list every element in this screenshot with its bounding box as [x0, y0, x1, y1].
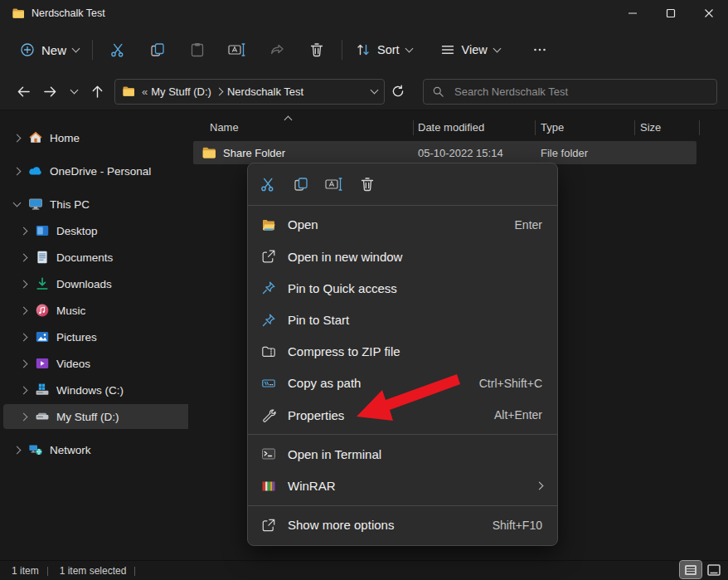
chevron-right-icon[interactable]: [17, 228, 30, 234]
folder-icon: [122, 85, 135, 98]
menu-item-label: Copy as path: [288, 376, 479, 390]
item-count: 1 item: [12, 565, 39, 577]
breadcrumb-item[interactable]: Nerdschalk Test: [222, 85, 308, 98]
view-button[interactable]: View: [432, 35, 508, 65]
show-more-options-icon: [261, 518, 276, 533]
rename-button[interactable]: [221, 35, 254, 65]
column-header-name[interactable]: Name: [210, 121, 239, 134]
column-header-type[interactable]: Type: [541, 121, 564, 134]
menu-item-label: WinRAR: [288, 479, 536, 493]
column-header-date-modified[interactable]: Date modified: [418, 121, 484, 134]
plus-circle-icon: [20, 42, 35, 57]
menu-item-pin-to-start[interactable]: Pin to Start: [248, 304, 557, 335]
forward-button[interactable]: [36, 79, 63, 104]
chevron-right-icon[interactable]: [10, 447, 23, 453]
sidebar-item-network[interactable]: Network: [3, 437, 191, 462]
menu-item-properties[interactable]: Properties Alt+Enter: [248, 399, 557, 431]
sidebar-item-label: Documents: [56, 251, 113, 264]
copy-button[interactable]: [286, 171, 316, 197]
cut-button[interactable]: [101, 35, 134, 65]
sidebar-item-downloads[interactable]: Downloads: [3, 271, 197, 296]
column-header-size[interactable]: Size: [640, 121, 661, 134]
sort-button[interactable]: Sort: [347, 35, 420, 65]
column-divider[interactable]: [535, 120, 536, 135]
menu-item-pin-to-quick-access[interactable]: Pin to Quick access: [248, 272, 557, 304]
rename-button[interactable]: [319, 171, 349, 197]
chevron-right-icon[interactable]: [17, 334, 30, 340]
menu-item-copy-as-path[interactable]: Copy as path Ctrl+Shift+C: [248, 368, 557, 399]
chevron-right-icon[interactable]: [17, 361, 30, 367]
chevron-right-icon[interactable]: [17, 281, 30, 287]
column-divider[interactable]: [634, 120, 635, 135]
minimize-button[interactable]: [614, 0, 652, 27]
sort-ascending-icon: [284, 116, 293, 124]
address-bar[interactable]: « My Stuff (D:) Nerdschalk Test: [114, 79, 385, 105]
sidebar-item-my-stuff-d[interactable]: My Stuff (D:): [3, 404, 197, 429]
column-divider[interactable]: [413, 120, 414, 135]
pictures-icon: [35, 329, 50, 344]
copy-path-icon: [261, 376, 276, 391]
chevron-right-icon[interactable]: [17, 255, 30, 261]
menu-divider: [248, 434, 557, 435]
cut-button[interactable]: [253, 171, 283, 197]
details-view-button[interactable]: [680, 561, 701, 578]
file-date-modified: 05-10-2022 15:14: [418, 147, 503, 159]
recent-locations-button[interactable]: [63, 79, 85, 104]
sidebar-item-label: Downloads: [56, 278, 112, 290]
back-button[interactable]: [10, 79, 36, 104]
more-options-button[interactable]: [523, 35, 556, 65]
context-menu: Open Enter Open in new window Pin to Qui…: [247, 163, 558, 546]
close-button[interactable]: [690, 0, 728, 27]
sidebar-item-documents[interactable]: Documents: [3, 245, 197, 270]
status-bar: 1 item 1 item selected: [0, 560, 728, 580]
menu-divider: [248, 505, 557, 506]
large-icons-view-button[interactable]: [703, 561, 725, 578]
chevron-right-icon[interactable]: [10, 135, 23, 141]
window-controls: [614, 0, 728, 27]
file-row-share-folder[interactable]: Share Folder 05-10-2022 15:14 File folde…: [193, 141, 696, 164]
share-button[interactable]: [260, 35, 294, 65]
menu-item-show-more-options[interactable]: Show more options Shift+F10: [248, 509, 557, 541]
breadcrumb-item[interactable]: My Stuff (D:): [146, 85, 216, 98]
sidebar-item-onedrive[interactable]: OneDrive - Personal: [3, 158, 191, 183]
copy-button[interactable]: [141, 35, 174, 65]
menu-item-open-in-terminal[interactable]: Open in Terminal: [248, 438, 557, 470]
up-button[interactable]: [85, 79, 109, 104]
sidebar-item-music[interactable]: Music: [3, 298, 197, 323]
menu-item-compress-to-zip[interactable]: Compress to ZIP file: [248, 336, 557, 368]
new-button[interactable]: New: [12, 35, 87, 65]
sidebar-item-pictures[interactable]: Pictures: [3, 324, 197, 349]
address-dropdown-icon[interactable]: [371, 86, 379, 95]
delete-button[interactable]: [300, 35, 333, 65]
menu-item-winrar[interactable]: WinRAR: [248, 470, 557, 502]
refresh-button[interactable]: [385, 79, 411, 104]
chevron-right-icon[interactable]: [10, 168, 23, 174]
menu-divider: [248, 205, 557, 206]
search-input[interactable]: [453, 85, 708, 99]
windows-drive-icon: [35, 383, 50, 397]
chevron-right-icon[interactable]: [17, 387, 30, 393]
sidebar-item-desktop[interactable]: Desktop: [3, 218, 197, 243]
terminal-icon: [261, 446, 276, 461]
sidebar-item-this-pc[interactable]: This PC: [3, 192, 191, 217]
sidebar-item-videos[interactable]: Videos: [3, 351, 197, 376]
menu-item-shortcut: Alt+Enter: [494, 408, 542, 422]
chevron-down-icon[interactable]: [10, 202, 23, 206]
selection-count: 1 item selected: [60, 565, 127, 577]
menu-item-open-in-new-window[interactable]: Open in new window: [248, 241, 557, 272]
menu-item-label: Properties: [288, 408, 494, 422]
sidebar-item-home[interactable]: Home: [3, 125, 191, 150]
delete-button[interactable]: [352, 171, 382, 197]
chevron-right-icon[interactable]: [17, 414, 30, 420]
paste-button[interactable]: [181, 35, 214, 65]
file-name: Share Folder: [223, 147, 285, 159]
menu-item-open[interactable]: Open Enter: [248, 209, 557, 241]
menu-item-label: Pin to Quick access: [288, 281, 542, 295]
sidebar-item-windows-c[interactable]: Windows (C:): [3, 378, 197, 402]
chevron-right-icon[interactable]: [17, 308, 30, 314]
music-icon: [35, 303, 50, 318]
maximize-button[interactable]: [652, 0, 690, 27]
column-divider[interactable]: [699, 120, 700, 135]
wrench-icon: [261, 407, 276, 422]
onedrive-cloud-icon: [28, 163, 43, 178]
